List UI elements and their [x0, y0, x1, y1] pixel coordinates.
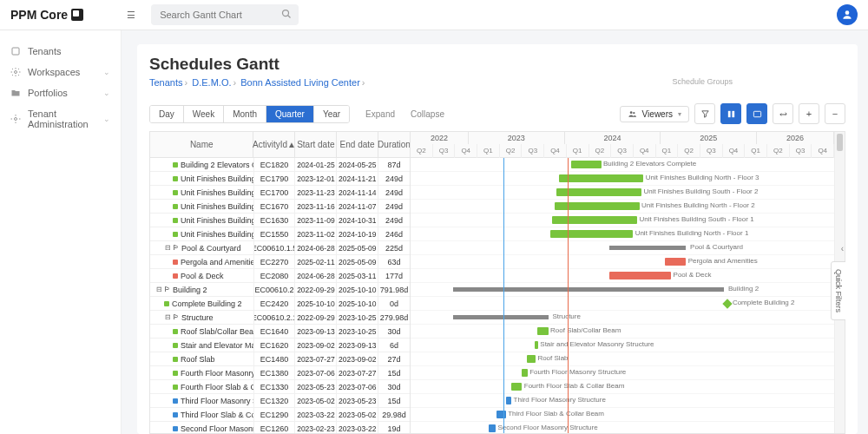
grid-row[interactable]: Unit Finishes Building NortEC17902023-12… — [150, 172, 410, 186]
menu-toggle-icon[interactable]: ☰ — [127, 10, 135, 21]
cell-sd: 2022-09-29 — [295, 311, 337, 324]
grid-row[interactable]: Unit Finishes Building NortEC16702023-11… — [150, 200, 410, 214]
viewers-dropdown[interactable]: Viewers ▾ — [620, 106, 689, 122]
breadcrumb-item[interactable]: D.E.M.O. — [192, 77, 231, 88]
grid-row[interactable]: Stair and Elevator MasonryEC16202023-09-… — [150, 339, 410, 352]
zoom-quarter[interactable]: Quarter — [266, 106, 314, 122]
col-start[interactable]: Start date — [295, 132, 337, 157]
sidebar-item-portfolios[interactable]: Portfolios ⌄ — [0, 82, 121, 103]
task-bar[interactable] — [506, 397, 511, 404]
task-marker-icon — [173, 385, 178, 390]
grid-row[interactable]: Third Floor Slab & Collar BEC12902023-03… — [150, 408, 410, 422]
filter-button[interactable] — [694, 103, 715, 124]
grid-row[interactable]: ⊟🏳StructureEC00610.2.12022-09-292023-10-… — [150, 311, 410, 325]
quick-filters-toggle[interactable]: Quick Filters — [831, 261, 845, 320]
task-name: Roof Slab/Collar Beam — [181, 327, 254, 336]
cell-act: EC00610.2.1 — [254, 311, 296, 324]
expand-all[interactable]: Expand — [365, 109, 395, 119]
task-bar[interactable] — [550, 230, 633, 238]
quarter-header: Q4 — [544, 144, 567, 158]
col-activity[interactable]: ActivityId▲ — [253, 132, 295, 157]
task-bar[interactable] — [556, 188, 641, 196]
expand-toggle-icon[interactable]: ⊟ — [155, 286, 162, 293]
search-input[interactable] — [151, 4, 299, 25]
grid-row[interactable]: Roof SlabEC14802023-07-272023-09-0227d — [150, 352, 410, 366]
grid-row[interactable]: ⊟🏳Pool & CourtyardEC00610.1.52024-06-282… — [150, 241, 410, 255]
col-end[interactable]: End date — [337, 132, 378, 157]
task-bar[interactable] — [489, 424, 496, 432]
grid-panel: Name ActivityId▲ Start date End date Dur… — [150, 132, 411, 433]
task-bar[interactable] — [552, 216, 637, 224]
zoom-week[interactable]: Week — [184, 106, 224, 122]
zoom-day[interactable]: Day — [150, 106, 184, 122]
task-bar[interactable] — [511, 383, 522, 391]
swap-button[interactable] — [773, 103, 793, 124]
add-button[interactable]: + — [799, 103, 819, 124]
cell-dur: 249d — [378, 186, 410, 199]
search-icon[interactable] — [281, 9, 292, 21]
task-name: Pool & Courtyard — [181, 244, 241, 253]
expand-toggle-icon[interactable]: ⊟ — [164, 313, 171, 321]
zoom-year[interactable]: Year — [314, 106, 349, 122]
grid-row[interactable]: Roof Slab/Collar BeamEC16402023-09-13202… — [150, 325, 410, 339]
cell-ed: 2024-10-19 — [337, 227, 378, 240]
grid-row[interactable]: Second Floor Masonry StrEC12602023-02-23… — [150, 422, 410, 433]
task-bar[interactable] — [571, 161, 601, 168]
view-mode-1-button[interactable] — [720, 103, 741, 124]
grid-row[interactable]: Complete Building 2EC24202025-10-102025-… — [150, 297, 410, 311]
task-bar[interactable] — [559, 174, 644, 182]
task-name: Roof Slab — [181, 355, 215, 364]
view-mode-2-button[interactable] — [746, 103, 767, 124]
sidebar: Tenants Workspaces ⌄ Portfolios ⌄ Tenant… — [0, 30, 122, 434]
grid-row[interactable]: Building 2 Elevators ComplEC18202024-01-… — [150, 158, 410, 172]
grid-row[interactable]: Unit Finishes Building NortEC15502023-11… — [150, 227, 410, 241]
summary-bar[interactable] — [609, 246, 686, 250]
scroll-thumb[interactable] — [837, 134, 843, 151]
collapse-all[interactable]: Collapse — [411, 109, 444, 119]
cell-ed: 2023-05-23 — [337, 394, 378, 407]
cell-sd: 2025-10-10 — [295, 297, 337, 310]
breadcrumb-item[interactable]: Tenants — [149, 77, 183, 88]
task-bar[interactable] — [609, 272, 671, 279]
task-bar[interactable] — [527, 355, 536, 363]
expand-toggle-icon[interactable]: ⊟ — [164, 244, 171, 252]
grid-row[interactable]: Pool & DeckEC20802024-06-282025-03-11177… — [150, 269, 410, 283]
task-marker-icon — [173, 357, 178, 362]
sidebar-item-workspaces[interactable]: Workspaces ⌄ — [0, 62, 121, 82]
toolbar: DayWeekMonthQuarterYear Expand Collapse … — [149, 103, 845, 124]
milestone-icon[interactable] — [722, 299, 732, 308]
grid-row[interactable]: Unit Finishes Building SoutEC16302023-11… — [150, 214, 410, 227]
col-duration[interactable]: Duration — [378, 132, 410, 157]
sidebar-item-tenant-admin[interactable]: Tenant Administration ⌄ — [0, 103, 121, 135]
grid-row[interactable]: Fourth Floor Slab & CollarEC13302023-05-… — [150, 380, 410, 394]
zoom-month[interactable]: Month — [224, 106, 266, 122]
grid-row[interactable]: Unit Finishes Building SoutEC17002023-11… — [150, 186, 410, 200]
remove-button[interactable]: − — [825, 103, 845, 124]
col-name[interactable]: Name — [150, 132, 253, 157]
breadcrumb-item[interactable]: Bonn Assisted Living Center — [240, 77, 360, 88]
grid-row[interactable]: Pergola and AmenitiesEC22702025-02-11202… — [150, 255, 410, 269]
task-marker-icon — [173, 412, 178, 418]
summary-bar[interactable] — [453, 315, 549, 319]
grid-row[interactable]: Fourth Floor Masonry StruEC13802023-07-0… — [150, 366, 410, 380]
quick-filters-chevron-icon[interactable]: ‹ — [841, 244, 844, 253]
bar-label: Third Floor Masonry Structure — [514, 396, 606, 404]
task-marker-icon — [173, 398, 178, 404]
task-marker-icon — [173, 176, 178, 181]
cell-ed: 2024-11-14 — [337, 186, 378, 199]
grid-row[interactable]: Third Floor Masonry StructEC13202023-05-… — [150, 394, 410, 408]
bar-label: Unit Finishes Building North - Floor 3 — [646, 174, 760, 181]
user-avatar[interactable] — [837, 4, 858, 25]
grid-body: Building 2 Elevators ComplEC18202024-01-… — [150, 158, 410, 433]
task-bar[interactable] — [537, 327, 548, 335]
task-name: Unit Finishes Building Nort — [181, 230, 254, 239]
task-bar[interactable] — [535, 341, 538, 349]
chart-panel[interactable]: 20222023202420252026 Q2Q3Q4Q1Q2Q3Q4Q1Q2Q… — [411, 132, 834, 433]
sidebar-item-tenants[interactable]: Tenants — [0, 41, 121, 62]
bar-label: Unit Finishes Building South - Floor 2 — [643, 187, 758, 195]
task-bar[interactable] — [522, 369, 527, 377]
grid-row[interactable]: ⊟🏳Building 2EC00610.22022-09-292025-10-1… — [150, 283, 410, 297]
quarter-header: Q4 — [723, 144, 746, 158]
summary-bar[interactable] — [453, 287, 724, 292]
task-bar[interactable] — [665, 258, 686, 266]
